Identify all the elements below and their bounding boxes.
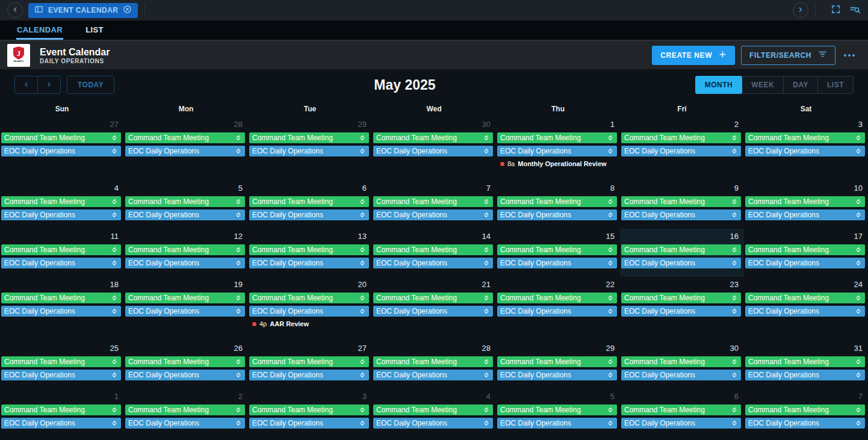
event-bar[interactable]: EOC Daily Operations [125,306,245,317]
event-bar[interactable]: Command Team Meeting [373,244,493,255]
event-bar[interactable]: EOC Daily Operations [745,209,865,220]
event-bar[interactable]: EOC Daily Operations [373,418,493,429]
event-bar[interactable]: Command Team Meeting [1,196,121,207]
event-bar[interactable]: EOC Daily Operations [249,370,369,380]
event-bar[interactable]: EOC Daily Operations [621,258,741,268]
event-bar[interactable]: Command Team Meeting [373,356,493,367]
day-cell[interactable]: 29Command Team MeetingEOC Daily Operatio… [248,117,372,181]
event-bar[interactable]: Command Team Meeting [621,356,741,367]
subtab-list[interactable]: LIST [85,22,104,40]
event-bar[interactable]: EOC Daily Operations [125,146,245,156]
day-cell[interactable]: 5Command Team MeetingEOC Daily Operation… [496,389,620,439]
event-bar[interactable]: Command Team Meeting [249,132,369,143]
next-month-button[interactable] [37,76,61,94]
event-bar[interactable]: EOC Daily Operations [1,370,121,380]
day-cell[interactable]: 21Command Team MeetingEOC Daily Operatio… [372,277,496,341]
create-new-button[interactable]: CREATE NEW [652,46,735,65]
back-button[interactable] [7,2,23,18]
day-cell[interactable]: 1Command Team MeetingEOC Daily Operation… [0,389,124,439]
event-bar[interactable]: Command Team Meeting [249,356,369,367]
today-button[interactable]: TODAY [67,76,114,94]
event-bar[interactable]: Command Team Meeting [497,244,617,255]
event-bar[interactable]: Command Team Meeting [249,293,369,303]
event-bar[interactable]: EOC Daily Operations [125,370,245,380]
event-bar[interactable]: EOC Daily Operations [125,209,245,220]
day-cell[interactable]: 7Command Team MeetingEOC Daily Operation… [744,389,868,439]
day-cell[interactable]: 1Command Team MeetingEOC Daily Operation… [496,117,620,181]
event-bar[interactable]: Command Team Meeting [249,196,369,207]
event-bar[interactable]: EOC Daily Operations [745,146,865,156]
event-bar[interactable]: EOC Daily Operations [373,258,493,268]
tab-event-calendar[interactable]: EVENT CALENDAR [28,3,138,18]
event-bar[interactable]: EOC Daily Operations [373,146,493,156]
event-bar[interactable]: Command Team Meeting [621,404,741,415]
day-cell[interactable]: 6Command Team MeetingEOC Daily Operation… [248,181,372,229]
event-bar[interactable]: Command Team Meeting [125,196,245,207]
event-bar[interactable]: EOC Daily Operations [249,209,369,220]
event-bar[interactable]: Command Team Meeting [373,293,493,303]
day-cell[interactable]: 3Command Team MeetingEOC Daily Operation… [248,389,372,439]
event-bar[interactable]: EOC Daily Operations [497,370,617,380]
event-bar[interactable]: Command Team Meeting [497,356,617,367]
board-search-button[interactable] [849,4,861,17]
event-bar[interactable]: EOC Daily Operations [745,306,865,317]
close-tab-icon[interactable] [123,5,132,16]
day-cell[interactable]: 27Command Team MeetingEOC Daily Operatio… [0,117,124,181]
day-cell[interactable]: 10Command Team MeetingEOC Daily Operatio… [744,181,868,229]
day-cell[interactable]: 18Command Team MeetingEOC Daily Operatio… [0,277,124,341]
day-cell[interactable]: 27Command Team MeetingEOC Daily Operatio… [248,341,372,389]
day-cell[interactable]: 30Command Team MeetingEOC Daily Operatio… [620,341,744,389]
event-bar[interactable]: EOC Daily Operations [497,418,617,429]
event-bar[interactable]: EOC Daily Operations [249,306,369,317]
day-cell[interactable]: 6Command Team MeetingEOC Daily Operation… [620,389,744,439]
day-cell[interactable]: 7Command Team MeetingEOC Daily Operation… [372,181,496,229]
day-cell[interactable]: 11Command Team MeetingEOC Daily Operatio… [0,229,124,277]
event-bar[interactable]: Command Team Meeting [249,404,369,415]
day-cell[interactable]: 17Command Team MeetingEOC Daily Operatio… [744,229,868,277]
timed-event[interactable]: 8aMonthly Operational Review [496,159,620,167]
event-bar[interactable]: EOC Daily Operations [621,418,741,429]
day-cell[interactable]: 14Command Team MeetingEOC Daily Operatio… [372,229,496,277]
event-bar[interactable]: Command Team Meeting [745,196,865,207]
event-bar[interactable]: Command Team Meeting [745,356,865,367]
day-cell-today[interactable]: 16Command Team MeetingEOC Daily Operatio… [620,229,744,277]
event-bar[interactable]: Command Team Meeting [373,132,493,143]
day-cell[interactable]: 3Command Team MeetingEOC Daily Operation… [744,117,868,181]
prev-month-button[interactable] [14,76,38,94]
event-bar[interactable]: EOC Daily Operations [373,370,493,380]
timed-event[interactable]: 4pAAR Review [248,319,372,327]
event-bar[interactable]: Command Team Meeting [1,244,121,255]
day-cell[interactable]: 23Command Team MeetingEOC Daily Operatio… [620,277,744,341]
view-month-button[interactable]: MONTH [695,76,743,94]
filter-search-button[interactable]: FILTER/SEARCH [741,46,835,65]
event-bar[interactable]: Command Team Meeting [373,196,493,207]
event-bar[interactable]: EOC Daily Operations [249,258,369,268]
event-bar[interactable]: Command Team Meeting [125,356,245,367]
event-bar[interactable]: Command Team Meeting [125,293,245,303]
event-bar[interactable]: EOC Daily Operations [125,258,245,268]
view-week-button[interactable]: WEEK [742,76,784,94]
event-bar[interactable]: EOC Daily Operations [1,258,121,268]
event-bar[interactable]: EOC Daily Operations [497,258,617,268]
event-bar[interactable]: Command Team Meeting [1,404,121,415]
event-bar[interactable]: Command Team Meeting [497,404,617,415]
day-cell[interactable]: 22Command Team MeetingEOC Daily Operatio… [496,277,620,341]
event-bar[interactable]: Command Team Meeting [621,196,741,207]
fullscreen-button[interactable] [831,4,841,17]
day-cell[interactable]: 19Command Team MeetingEOC Daily Operatio… [124,277,248,341]
event-bar[interactable]: EOC Daily Operations [1,209,121,220]
subtab-calendar[interactable]: CALENDAR [16,22,63,40]
event-bar[interactable]: Command Team Meeting [1,356,121,367]
day-cell[interactable]: 15Command Team MeetingEOC Daily Operatio… [496,229,620,277]
event-bar[interactable]: Command Team Meeting [1,132,121,143]
day-cell[interactable]: 31Command Team MeetingEOC Daily Operatio… [744,341,868,389]
event-bar[interactable]: Command Team Meeting [497,132,617,143]
event-bar[interactable]: EOC Daily Operations [621,306,741,317]
event-bar[interactable]: EOC Daily Operations [745,258,865,268]
day-cell[interactable]: 13Command Team MeetingEOC Daily Operatio… [248,229,372,277]
day-cell[interactable]: 30Command Team MeetingEOC Daily Operatio… [372,117,496,181]
event-bar[interactable]: Command Team Meeting [621,244,741,255]
event-bar[interactable]: EOC Daily Operations [1,418,121,429]
day-cell[interactable]: 26Command Team MeetingEOC Daily Operatio… [124,341,248,389]
more-options-button[interactable] [843,51,856,60]
